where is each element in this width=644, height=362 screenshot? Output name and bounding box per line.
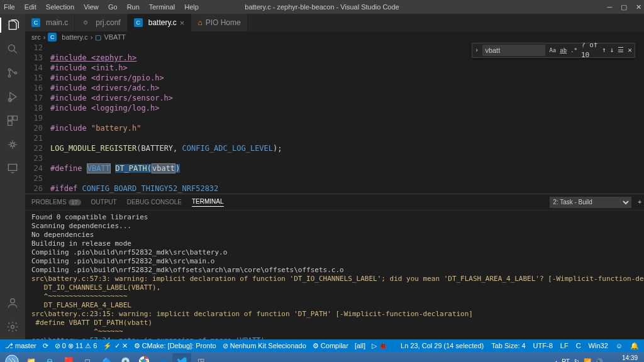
svg-point-11 (11, 326, 14, 329)
new-terminal-icon[interactable]: + (638, 199, 641, 206)
panel: PROBLEMS17 OUTPUT DEBUG CONSOLE TERMINAL… (25, 194, 644, 339)
find-close-icon[interactable]: ✕ (628, 45, 632, 55)
status-branch[interactable]: ⎇ master (5, 342, 36, 350)
svg-point-0 (8, 45, 14, 51)
status-cmake[interactable]: ⚙ CMake: [Debug]: Pronto (134, 342, 216, 350)
terminal-selector[interactable]: 2: Task - Build (550, 197, 631, 208)
scm-icon[interactable] (5, 65, 20, 80)
panel-tabs: PROBLEMS17 OUTPUT DEBUG CONSOLE TERMINAL… (25, 194, 644, 211)
tab-pio-home[interactable]: ⌂PIO Home (191, 14, 247, 31)
taskbar-chrome-icon[interactable] (135, 353, 153, 362)
find-toggle-icon[interactable]: › (475, 45, 479, 55)
find-next-icon[interactable]: ↓ (610, 45, 614, 55)
files-icon[interactable] (0, 18, 25, 33)
svg-rect-7 (8, 121, 13, 126)
search-icon[interactable] (5, 41, 20, 57)
taskbar-dvd-icon[interactable]: 💿 (116, 353, 135, 362)
debug-icon[interactable] (5, 89, 20, 104)
menu-go[interactable]: Go (108, 3, 118, 11)
svg-rect-5 (8, 116, 13, 121)
status-platform[interactable]: Win32 (589, 342, 608, 350)
menu-run[interactable]: Run (127, 3, 140, 11)
status-problems[interactable]: ⊘ 0 ⊗ 11 ⚠ 6 (55, 342, 97, 350)
find-widget: › Aaab.* ? of 10 ↑ ↓ ☰ ✕ (472, 43, 635, 58)
menu-view[interactable]: View (84, 3, 99, 11)
tab-prj-conf[interactable]: ⚙prj.conf (75, 14, 127, 31)
account-icon[interactable] (5, 295, 20, 310)
tray-lang[interactable]: PT (562, 358, 570, 363)
menu-file[interactable]: File (4, 3, 15, 11)
status-eol[interactable]: LF (560, 342, 569, 350)
inspect-icon[interactable] (5, 161, 20, 176)
code-content[interactable]: #include <zephyr.h> #include <init.h> #i… (50, 43, 644, 194)
find-input[interactable] (482, 45, 545, 56)
status-kit[interactable]: ⊘ Nenhum Kit Selecionado (223, 342, 306, 350)
find-selection-icon[interactable]: ☰ (618, 45, 624, 55)
menu-selection[interactable]: Selection (46, 3, 74, 11)
taskbar-vscode-icon[interactable] (172, 353, 191, 362)
svg-point-10 (11, 299, 15, 303)
editor-group: Cmain.c ⚙prj.conf Cbattery.c× ⌂PIO Home … (25, 14, 644, 339)
tab-main-c[interactable]: Cmain.c (25, 14, 75, 31)
status-indent[interactable]: Tab Size: 4 (491, 342, 525, 350)
status-target[interactable]: [all] (355, 342, 365, 349)
taskbar-fortnite-icon[interactable]: 🔷 (97, 353, 116, 362)
status-encoding[interactable]: UTF-8 (533, 342, 553, 350)
taskbar-roblox-icon[interactable]: ◻ (78, 353, 97, 362)
output-tab[interactable]: OUTPUT (91, 199, 117, 206)
menu-help[interactable]: Help (184, 3, 199, 11)
start-button[interactable] (3, 353, 21, 362)
find-count: ? of 10 (581, 43, 598, 60)
svg-point-1 (8, 69, 10, 70)
status-live[interactable]: ⚡ ✓ ✕ (103, 342, 127, 350)
status-lang[interactable]: C (576, 342, 581, 350)
statusbar: ⎇ master ⟳ ⊘ 0 ⊗ 11 ⚠ 6 ⚡ ✓ ✕ ⚙ CMake: [… (0, 339, 644, 352)
status-bell-icon[interactable]: 🔔 (630, 342, 639, 350)
tray-up-icon[interactable]: ▴ (555, 358, 558, 363)
terminal-tab[interactable]: TERMINAL (192, 198, 224, 207)
taskbar-app-icon[interactable]: 🟥 (59, 353, 78, 362)
taskbar-ie-icon[interactable]: e (40, 353, 59, 362)
terminal-output[interactable]: Found 0 compatible libraries Scanning de… (25, 211, 644, 339)
pio-icon[interactable] (5, 137, 20, 152)
problems-tab[interactable]: PROBLEMS17 (31, 199, 81, 206)
taskbar-edge-icon[interactable]: ◉ (153, 353, 172, 362)
activitybar (0, 14, 25, 339)
windows-taskbar: 📁 e 🟥 ◻ 🔷 💿 ◉ ◳ ▴ PT 🏳📶🔊 14:39 01/09/202… (0, 352, 644, 362)
minimap[interactable] (641, 43, 644, 194)
titlebar: File Edit Selection View Go Run Terminal… (0, 0, 644, 14)
breadcrumb[interactable]: src › Cbattery.c › ▢ VBATT (25, 31, 644, 43)
window-title: battery.c - zephyr-ble-beacon - Visual S… (245, 3, 399, 11)
editor-tabs: Cmain.c ⚙prj.conf Cbattery.c× ⌂PIO Home … (25, 14, 644, 31)
taskbar-app2-icon[interactable]: ◳ (191, 353, 210, 362)
menu-terminal[interactable]: Terminal (149, 3, 175, 11)
tab-battery-c[interactable]: Cbattery.c× (128, 14, 192, 31)
line-numbers: 12131415161718192021222324252627282930 (25, 43, 50, 194)
svg-point-2 (8, 75, 10, 77)
status-build[interactable]: ⚙ Compilar (313, 342, 348, 350)
minimize-icon[interactable]: ─ (607, 3, 612, 11)
tray-time: 14:39 (606, 354, 638, 361)
system-tray[interactable]: ▴ PT 🏳📶🔊 14:39 01/09/2020 (555, 354, 641, 362)
status-sync[interactable]: ⟳ (43, 342, 48, 350)
menubar: File Edit Selection View Go Run Terminal… (4, 3, 206, 11)
taskbar-explorer-icon[interactable]: 📁 (21, 353, 40, 362)
extensions-icon[interactable] (5, 113, 20, 128)
maximize-icon[interactable]: ▢ (621, 3, 627, 11)
code-editor[interactable]: 12131415161718192021222324252627282930 #… (25, 43, 644, 194)
menu-edit[interactable]: Edit (25, 3, 36, 11)
close-icon[interactable]: ✕ (636, 3, 641, 11)
svg-rect-6 (13, 116, 18, 121)
tab-close-icon[interactable]: × (180, 18, 185, 28)
gear-icon[interactable] (5, 319, 20, 334)
status-cursor[interactable]: Ln 23, Col 29 (14 selected) (401, 342, 484, 350)
svg-point-3 (14, 72, 16, 74)
debug-console-tab[interactable]: DEBUG CONSOLE (127, 199, 182, 206)
find-prev-icon[interactable]: ↑ (602, 45, 606, 55)
svg-rect-9 (8, 164, 16, 170)
